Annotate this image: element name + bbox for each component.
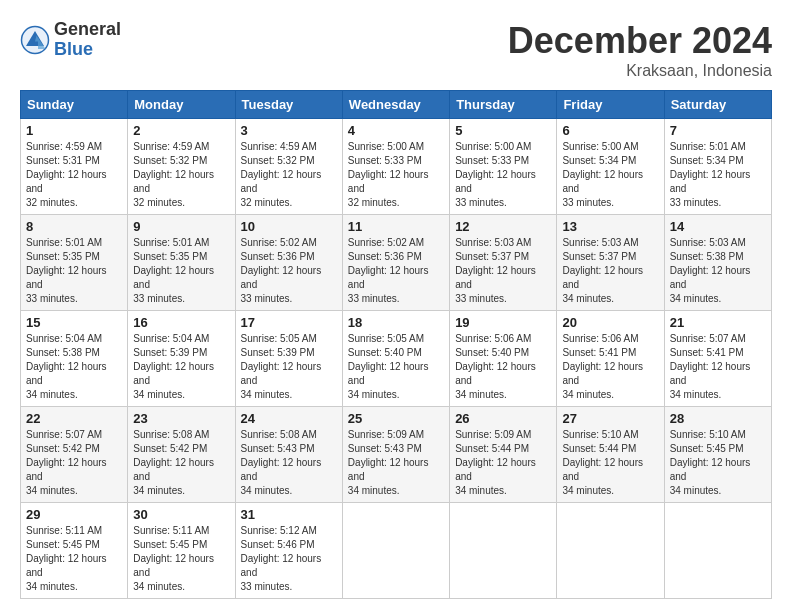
- day-header-thursday: Thursday: [450, 91, 557, 119]
- title-block: December 2024 Kraksaan, Indonesia: [508, 20, 772, 80]
- day-number: 16: [133, 315, 229, 330]
- calendar-title: December 2024: [508, 20, 772, 62]
- day-number: 22: [26, 411, 122, 426]
- day-info: Sunrise: 5:03 AMSunset: 5:37 PMDaylight:…: [455, 236, 551, 306]
- logo: General Blue: [20, 20, 121, 60]
- day-number: 7: [670, 123, 766, 138]
- calendar-cell: 22Sunrise: 5:07 AMSunset: 5:42 PMDayligh…: [21, 407, 128, 503]
- calendar-week-row: 22Sunrise: 5:07 AMSunset: 5:42 PMDayligh…: [21, 407, 772, 503]
- day-number: 10: [241, 219, 337, 234]
- day-info: Sunrise: 4:59 AMSunset: 5:32 PMDaylight:…: [133, 140, 229, 210]
- day-info: Sunrise: 5:00 AMSunset: 5:34 PMDaylight:…: [562, 140, 658, 210]
- day-info: Sunrise: 5:00 AMSunset: 5:33 PMDaylight:…: [455, 140, 551, 210]
- day-info: Sunrise: 5:09 AMSunset: 5:43 PMDaylight:…: [348, 428, 444, 498]
- day-number: 25: [348, 411, 444, 426]
- calendar-cell: 26Sunrise: 5:09 AMSunset: 5:44 PMDayligh…: [450, 407, 557, 503]
- day-number: 2: [133, 123, 229, 138]
- calendar-table: SundayMondayTuesdayWednesdayThursdayFrid…: [20, 90, 772, 599]
- calendar-cell: 29Sunrise: 5:11 AMSunset: 5:45 PMDayligh…: [21, 503, 128, 599]
- calendar-cell: 3Sunrise: 4:59 AMSunset: 5:32 PMDaylight…: [235, 119, 342, 215]
- day-info: Sunrise: 5:11 AMSunset: 5:45 PMDaylight:…: [26, 524, 122, 594]
- calendar-cell: 20Sunrise: 5:06 AMSunset: 5:41 PMDayligh…: [557, 311, 664, 407]
- calendar-cell: 1Sunrise: 4:59 AMSunset: 5:31 PMDaylight…: [21, 119, 128, 215]
- calendar-cell: 6Sunrise: 5:00 AMSunset: 5:34 PMDaylight…: [557, 119, 664, 215]
- calendar-cell: 15Sunrise: 5:04 AMSunset: 5:38 PMDayligh…: [21, 311, 128, 407]
- calendar-cell: 27Sunrise: 5:10 AMSunset: 5:44 PMDayligh…: [557, 407, 664, 503]
- day-info: Sunrise: 5:08 AMSunset: 5:42 PMDaylight:…: [133, 428, 229, 498]
- page-header: General Blue December 2024 Kraksaan, Ind…: [20, 20, 772, 80]
- day-info: Sunrise: 5:08 AMSunset: 5:43 PMDaylight:…: [241, 428, 337, 498]
- day-info: Sunrise: 5:03 AMSunset: 5:38 PMDaylight:…: [670, 236, 766, 306]
- day-number: 8: [26, 219, 122, 234]
- calendar-week-row: 1Sunrise: 4:59 AMSunset: 5:31 PMDaylight…: [21, 119, 772, 215]
- day-number: 1: [26, 123, 122, 138]
- day-info: Sunrise: 5:06 AMSunset: 5:40 PMDaylight:…: [455, 332, 551, 402]
- day-header-monday: Monday: [128, 91, 235, 119]
- day-info: Sunrise: 5:10 AMSunset: 5:45 PMDaylight:…: [670, 428, 766, 498]
- calendar-cell: 4Sunrise: 5:00 AMSunset: 5:33 PMDaylight…: [342, 119, 449, 215]
- day-header-sunday: Sunday: [21, 91, 128, 119]
- calendar-cell: 13Sunrise: 5:03 AMSunset: 5:37 PMDayligh…: [557, 215, 664, 311]
- day-number: 21: [670, 315, 766, 330]
- calendar-cell: 12Sunrise: 5:03 AMSunset: 5:37 PMDayligh…: [450, 215, 557, 311]
- calendar-cell: 10Sunrise: 5:02 AMSunset: 5:36 PMDayligh…: [235, 215, 342, 311]
- day-info: Sunrise: 5:01 AMSunset: 5:35 PMDaylight:…: [133, 236, 229, 306]
- calendar-cell: 8Sunrise: 5:01 AMSunset: 5:35 PMDaylight…: [21, 215, 128, 311]
- day-info: Sunrise: 5:07 AMSunset: 5:42 PMDaylight:…: [26, 428, 122, 498]
- day-info: Sunrise: 5:07 AMSunset: 5:41 PMDaylight:…: [670, 332, 766, 402]
- day-number: 31: [241, 507, 337, 522]
- day-number: 30: [133, 507, 229, 522]
- day-number: 9: [133, 219, 229, 234]
- day-number: 14: [670, 219, 766, 234]
- day-info: Sunrise: 5:11 AMSunset: 5:45 PMDaylight:…: [133, 524, 229, 594]
- calendar-cell: 19Sunrise: 5:06 AMSunset: 5:40 PMDayligh…: [450, 311, 557, 407]
- calendar-cell: 17Sunrise: 5:05 AMSunset: 5:39 PMDayligh…: [235, 311, 342, 407]
- calendar-cell: 14Sunrise: 5:03 AMSunset: 5:38 PMDayligh…: [664, 215, 771, 311]
- calendar-cell: [342, 503, 449, 599]
- calendar-cell: 7Sunrise: 5:01 AMSunset: 5:34 PMDaylight…: [664, 119, 771, 215]
- calendar-week-row: 15Sunrise: 5:04 AMSunset: 5:38 PMDayligh…: [21, 311, 772, 407]
- logo-blue-text: Blue: [54, 40, 121, 60]
- day-info: Sunrise: 4:59 AMSunset: 5:32 PMDaylight:…: [241, 140, 337, 210]
- day-number: 17: [241, 315, 337, 330]
- day-number: 29: [26, 507, 122, 522]
- calendar-cell: 9Sunrise: 5:01 AMSunset: 5:35 PMDaylight…: [128, 215, 235, 311]
- calendar-cell: 23Sunrise: 5:08 AMSunset: 5:42 PMDayligh…: [128, 407, 235, 503]
- day-number: 23: [133, 411, 229, 426]
- calendar-cell: 18Sunrise: 5:05 AMSunset: 5:40 PMDayligh…: [342, 311, 449, 407]
- day-info: Sunrise: 5:02 AMSunset: 5:36 PMDaylight:…: [241, 236, 337, 306]
- day-number: 11: [348, 219, 444, 234]
- calendar-week-row: 8Sunrise: 5:01 AMSunset: 5:35 PMDaylight…: [21, 215, 772, 311]
- calendar-cell: 2Sunrise: 4:59 AMSunset: 5:32 PMDaylight…: [128, 119, 235, 215]
- day-number: 12: [455, 219, 551, 234]
- day-number: 20: [562, 315, 658, 330]
- calendar-cell: 25Sunrise: 5:09 AMSunset: 5:43 PMDayligh…: [342, 407, 449, 503]
- day-info: Sunrise: 5:09 AMSunset: 5:44 PMDaylight:…: [455, 428, 551, 498]
- logo-text: General Blue: [54, 20, 121, 60]
- calendar-header-row: SundayMondayTuesdayWednesdayThursdayFrid…: [21, 91, 772, 119]
- calendar-cell: 24Sunrise: 5:08 AMSunset: 5:43 PMDayligh…: [235, 407, 342, 503]
- day-header-tuesday: Tuesday: [235, 91, 342, 119]
- calendar-cell: 28Sunrise: 5:10 AMSunset: 5:45 PMDayligh…: [664, 407, 771, 503]
- calendar-cell: [664, 503, 771, 599]
- calendar-cell: 21Sunrise: 5:07 AMSunset: 5:41 PMDayligh…: [664, 311, 771, 407]
- day-number: 19: [455, 315, 551, 330]
- day-info: Sunrise: 5:05 AMSunset: 5:39 PMDaylight:…: [241, 332, 337, 402]
- day-info: Sunrise: 5:05 AMSunset: 5:40 PMDaylight:…: [348, 332, 444, 402]
- day-info: Sunrise: 5:03 AMSunset: 5:37 PMDaylight:…: [562, 236, 658, 306]
- calendar-cell: 11Sunrise: 5:02 AMSunset: 5:36 PMDayligh…: [342, 215, 449, 311]
- logo-icon: [20, 25, 50, 55]
- day-number: 27: [562, 411, 658, 426]
- day-number: 13: [562, 219, 658, 234]
- calendar-cell: 31Sunrise: 5:12 AMSunset: 5:46 PMDayligh…: [235, 503, 342, 599]
- day-number: 5: [455, 123, 551, 138]
- day-header-saturday: Saturday: [664, 91, 771, 119]
- calendar-subtitle: Kraksaan, Indonesia: [508, 62, 772, 80]
- day-info: Sunrise: 5:04 AMSunset: 5:38 PMDaylight:…: [26, 332, 122, 402]
- calendar-cell: 30Sunrise: 5:11 AMSunset: 5:45 PMDayligh…: [128, 503, 235, 599]
- day-number: 26: [455, 411, 551, 426]
- day-info: Sunrise: 5:00 AMSunset: 5:33 PMDaylight:…: [348, 140, 444, 210]
- calendar-cell: 16Sunrise: 5:04 AMSunset: 5:39 PMDayligh…: [128, 311, 235, 407]
- calendar-week-row: 29Sunrise: 5:11 AMSunset: 5:45 PMDayligh…: [21, 503, 772, 599]
- day-info: Sunrise: 4:59 AMSunset: 5:31 PMDaylight:…: [26, 140, 122, 210]
